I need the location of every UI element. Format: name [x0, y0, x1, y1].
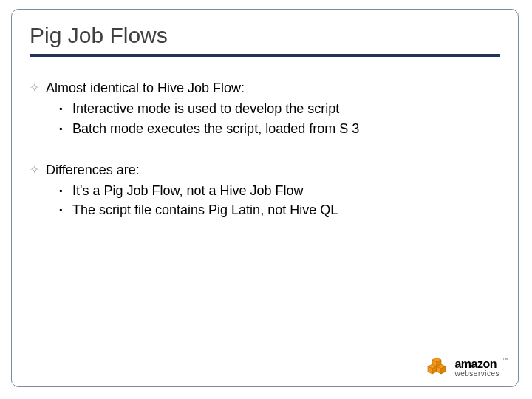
- slide-frame: Pig Job Flows ✧ Almost identical to Hive…: [11, 9, 519, 387]
- bullet-level2: ▪ Interactive mode is used to develop th…: [59, 100, 500, 117]
- bullet-text: Differences are:: [46, 161, 140, 179]
- bullet-level2: ▪ The script file contains Pig Latin, no…: [59, 201, 500, 219]
- bullet-level2: ▪ It's a Pig Job Flow, not a Hive Job Fl…: [59, 182, 500, 200]
- bullet-level1: ✧ Differences are:: [30, 161, 500, 179]
- aws-logo-text: amazon webservices: [454, 358, 499, 378]
- bullet-level2: ▪ Batch mode executes the script, loaded…: [59, 120, 500, 137]
- aws-logo: amazon webservices ™: [426, 355, 508, 381]
- slide-content: ✧ Almost identical to Hive Job Flow: ▪ I…: [30, 79, 500, 219]
- slide-title: Pig Job Flows: [30, 23, 500, 48]
- title-rule: [30, 54, 500, 57]
- logo-brand-top: amazon: [454, 358, 499, 370]
- spacer: [30, 139, 500, 161]
- aws-cubes-icon: [426, 355, 450, 381]
- diamond-bullet-icon: ✧: [30, 79, 46, 97]
- bullet-text: Almost identical to Hive Job Flow:: [46, 79, 245, 97]
- bullet-text: Batch mode executes the script, loaded f…: [72, 120, 359, 137]
- logo-brand-bottom: webservices: [454, 370, 499, 378]
- bullet-text: The script file contains Pig Latin, not …: [72, 201, 338, 219]
- square-bullet-icon: ▪: [59, 100, 72, 117]
- square-bullet-icon: ▪: [59, 120, 72, 137]
- square-bullet-icon: ▪: [59, 201, 72, 219]
- diamond-bullet-icon: ✧: [30, 161, 46, 179]
- bullet-level1: ✧ Almost identical to Hive Job Flow:: [30, 79, 500, 97]
- square-bullet-icon: ▪: [59, 182, 72, 200]
- bullet-text: Interactive mode is used to develop the …: [72, 100, 339, 117]
- trademark-symbol: ™: [502, 357, 508, 362]
- bullet-text: It's a Pig Job Flow, not a Hive Job Flow: [72, 182, 304, 200]
